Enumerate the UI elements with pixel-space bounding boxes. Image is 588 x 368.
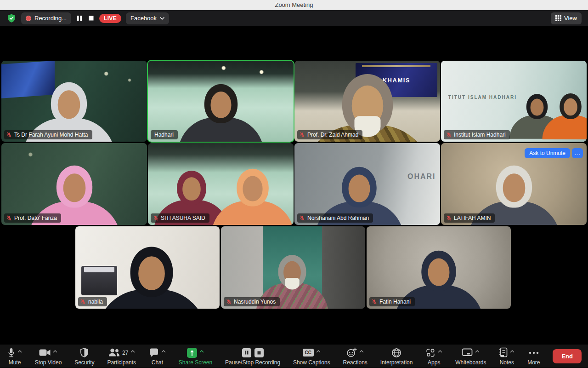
video-tile-fariza[interactable]: Prof. Dato' Fariza — [1, 143, 147, 225]
participant-name-tag: Ts Dr Farah Ayuni Mohd Hatta — [4, 130, 92, 139]
video-feed — [367, 226, 511, 309]
chevron-up-icon[interactable] — [161, 350, 166, 353]
share-screen-button[interactable]: Share Screen — [179, 347, 212, 365]
grid-view-icon — [555, 15, 561, 21]
ask-to-unmute-button[interactable]: Ask to Unmute — [525, 148, 570, 158]
recording-indicator: Recording... — [21, 12, 71, 24]
video-feed: TITUT ISLAM HADHARI — [441, 61, 587, 142]
apps-button[interactable]: Apps — [425, 347, 442, 365]
muted-mic-icon — [6, 215, 12, 221]
video-tile-hadhari-active-speaker[interactable]: Hadhari — [148, 61, 294, 142]
tool-label: Show Captions — [293, 360, 330, 365]
unmute-more-options-button[interactable]: ... — [572, 148, 583, 158]
reactions-button[interactable]: Reactions — [343, 347, 368, 365]
chevron-up-icon[interactable] — [53, 350, 57, 353]
tool-label: Security — [74, 360, 94, 365]
participant-name-tag: Prof. Dr. Zaid Ahmad — [297, 130, 362, 139]
mute-button[interactable]: Mute — [7, 347, 22, 365]
tool-label: More — [527, 360, 540, 365]
chevron-up-icon[interactable] — [199, 350, 204, 353]
participant-name: nabila — [88, 299, 103, 305]
tool-label: Whiteboards — [455, 360, 486, 365]
notes-button[interactable]: Notes — [499, 347, 514, 365]
globe-icon — [391, 348, 401, 358]
end-button[interactable]: End — [553, 349, 582, 363]
video-tile-nabila[interactable]: nabila — [75, 226, 220, 309]
participant-name: Institut Islam Hadhari — [454, 132, 506, 138]
participant-name-tag: Institut Islam Hadhari — [444, 130, 510, 139]
tool-label: Interpretation — [380, 360, 413, 365]
microphone-icon — [7, 347, 15, 358]
video-camera-icon — [39, 349, 51, 356]
video-tile-siti-asuha[interactable]: SITI ASUHA SAID — [148, 143, 294, 225]
stream-target-dropdown[interactable]: Facebook — [126, 12, 169, 24]
chevron-up-icon[interactable] — [475, 350, 480, 353]
video-feed — [1, 143, 147, 225]
chevron-up-icon[interactable] — [130, 350, 135, 353]
video-feed — [221, 226, 365, 309]
security-button[interactable]: Security — [74, 347, 94, 365]
chevron-up-icon[interactable] — [17, 350, 22, 353]
live-badge: LIVE — [99, 14, 121, 23]
participant-name: Nasruddin Yunos — [234, 299, 276, 305]
top-toolbar: Recording... LIVE Facebook View — [0, 10, 588, 26]
more-button[interactable]: More — [527, 347, 540, 365]
chevron-up-icon[interactable] — [510, 350, 514, 353]
video-tile-fatin[interactable]: Fatin Hanani — [367, 226, 511, 309]
video-tile-norshariani[interactable]: OHARI Norshariani Abd Rahman — [294, 143, 440, 225]
video-feed — [148, 61, 294, 142]
tool-label: Apps — [428, 360, 440, 365]
stop-recording-button[interactable] — [254, 348, 264, 357]
apps-icon — [425, 348, 435, 358]
stop-recording-topbar-button[interactable] — [88, 15, 95, 22]
participant-name: Hadhari — [154, 132, 174, 138]
tool-label: Share Screen — [179, 360, 212, 365]
glass-signage-text: TITUT ISLAM HADHARI — [448, 95, 517, 100]
participant-name-tag: Fatin Hanani — [369, 297, 415, 306]
chevron-down-icon — [160, 17, 164, 20]
chevron-up-icon[interactable] — [438, 350, 442, 353]
participant-name: Norshariani Abd Rahman — [307, 215, 369, 221]
window-title: Zoom Meeting — [275, 1, 313, 8]
video-tile-farah[interactable]: Ts Dr Farah Ayuni Mohd Hatta — [1, 61, 147, 142]
show-captions-button[interactable]: CC Show Captions — [293, 347, 330, 365]
video-gallery: Ts Dr Farah Ayuni Mohd Hatta Hadhari KHA… — [0, 26, 588, 345]
stop-video-button[interactable]: Stop Video — [35, 347, 62, 365]
participant-name-tag: Nasruddin Yunos — [224, 297, 280, 306]
participant-name-tag: SITI ASUHA SAID — [151, 213, 209, 223]
pause-recording-button[interactable] — [242, 348, 251, 357]
participant-name-tag: Norshariani Abd Rahman — [297, 213, 373, 223]
interpretation-button[interactable]: Interpretation — [380, 347, 413, 365]
video-tile-institut[interactable]: TITUT ISLAM HADHARI Institut Islam Hadha… — [441, 61, 587, 142]
chat-button[interactable]: Chat — [149, 347, 166, 365]
view-label: View — [564, 15, 577, 22]
participant-name: LATIFAH AMIN — [454, 215, 491, 221]
muted-mic-icon — [446, 215, 452, 221]
muted-mic-icon — [153, 215, 158, 221]
muted-mic-icon — [6, 132, 12, 138]
ellipsis-icon — [529, 351, 539, 354]
whiteboards-button[interactable]: Whiteboards — [455, 347, 486, 365]
chevron-up-icon[interactable] — [316, 350, 321, 353]
meeting-info-shield-button[interactable] — [6, 13, 17, 23]
video-tile-nasruddin[interactable]: Nasruddin Yunos — [221, 226, 365, 309]
tool-label: Stop Video — [35, 360, 62, 365]
pause-icon — [77, 15, 82, 21]
participant-name: Prof. Dr. Zaid Ahmad — [307, 132, 358, 138]
muted-mic-icon — [80, 299, 86, 305]
chevron-up-icon[interactable] — [359, 350, 364, 353]
participant-name: Fatin Hanani — [379, 299, 411, 305]
view-button[interactable]: View — [551, 12, 582, 24]
tool-label: Mute — [9, 360, 21, 365]
bottom-toolbar: Mute Stop Video Security — [0, 345, 588, 368]
shield-icon — [80, 348, 89, 357]
green-shield-check-icon — [7, 14, 16, 23]
pause-recording-topbar-button[interactable] — [76, 14, 83, 22]
muted-mic-icon — [446, 132, 452, 138]
video-tile-latifah[interactable]: Ask to Unmute ... LATIFAH AMIN — [441, 143, 587, 225]
participants-button[interactable]: 27 Participants — [107, 347, 136, 365]
video-feed: OHARI — [294, 143, 440, 225]
participant-name-tag: LATIFAH AMIN — [444, 213, 495, 223]
video-tile-zaid[interactable]: KHAMIS Prof. Dr. Zaid Ahmad — [294, 61, 440, 142]
pause-stop-recording-control: Pause/Stop Recording — [225, 347, 280, 365]
